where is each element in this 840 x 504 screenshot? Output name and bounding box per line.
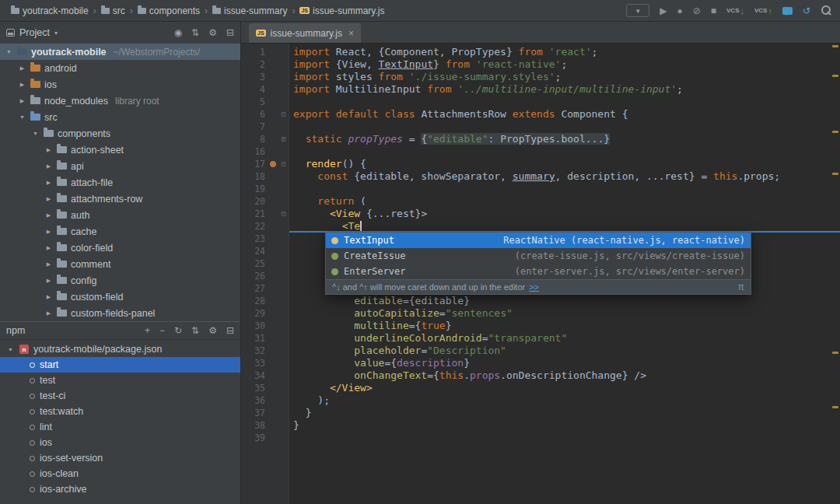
breadcrumb-item[interactable]: issue-summary <box>209 4 290 18</box>
code-line[interactable]: 36 ); <box>241 394 840 407</box>
code-line[interactable]: 1import React, {Component, PropTypes} fr… <box>241 46 840 58</box>
project-tree-item[interactable]: ▼src <box>0 109 240 125</box>
error-stripe[interactable] <box>830 44 840 504</box>
project-tree-item[interactable]: ▼components <box>0 125 240 142</box>
code-line[interactable]: 4import MultilineInput from '../multilin… <box>241 83 840 96</box>
npm-script-item[interactable]: ios <box>0 435 240 450</box>
project-tree-item[interactable]: ▶node_moduleslibrary root <box>0 93 240 109</box>
scroll-from-source-icon[interactable]: ⇅ <box>191 28 199 37</box>
project-tree-item[interactable]: ▶attachments-row <box>0 191 240 207</box>
project-tree-item[interactable]: ▶action-sheet <box>0 142 240 158</box>
chevron-down-icon[interactable]: ▼ <box>18 114 26 120</box>
npm-script-item[interactable]: test <box>0 373 240 388</box>
stripe-mark[interactable] <box>832 173 838 175</box>
code-area[interactable]: 1import React, {Component, PropTypes} fr… <box>241 44 840 504</box>
chevron-right-icon[interactable]: ▶ <box>44 278 53 284</box>
project-tree-item[interactable]: ▶api <box>0 158 240 174</box>
chevron-right-icon[interactable]: ▶ <box>18 82 26 88</box>
project-tree-item[interactable]: ▼youtrack-mobile~/WebstormProjects/ <box>0 44 240 60</box>
breadcrumb-item[interactable]: src <box>98 4 128 18</box>
code-line[interactable]: 20 return ( <box>241 195 840 208</box>
project-tree-item[interactable]: ▶attach-file <box>0 174 240 191</box>
project-panel-title[interactable]: Project <box>19 27 50 38</box>
chevron-right-icon[interactable]: ▶ <box>44 163 53 170</box>
vcs-update-button[interactable]: VCS↓ <box>726 6 744 16</box>
collapse-all-icon[interactable]: ⊟ <box>226 326 234 335</box>
chevron-right-icon[interactable]: ▶ <box>44 294 53 300</box>
npm-package-json-item[interactable]: ▼nyoutrack-mobile/package.json <box>0 341 240 357</box>
breadcrumb-item[interactable]: JSissue-summary.js <box>296 4 387 18</box>
project-tree-item[interactable]: ▶auth <box>0 207 240 223</box>
code-line[interactable]: 22 <Te <box>241 220 840 233</box>
code-line[interactable]: 21⊟ <View {...rest}> <box>241 208 840 220</box>
chevron-right-icon[interactable]: ▶ <box>44 196 53 202</box>
run-with-coverage-button[interactable]: ⊘ <box>693 6 701 16</box>
add-icon[interactable]: + <box>145 326 150 335</box>
completion-footer-link[interactable]: >> <box>529 282 539 292</box>
stripe-mark[interactable] <box>832 131 838 133</box>
override-marker-icon[interactable] <box>270 161 276 167</box>
npm-script-item[interactable]: ios-set-version <box>0 450 240 466</box>
code-line[interactable]: 8⊞ static propTypes = {"editable": PropT… <box>241 133 840 145</box>
chevron-down-icon[interactable]: ▾ <box>54 30 58 37</box>
code-line[interactable]: 31 underlineColorAndroid="transparent" <box>241 332 840 345</box>
chevron-right-icon[interactable]: ▶ <box>44 261 53 268</box>
locate-icon[interactable]: ◉ <box>174 28 182 37</box>
chevron-right-icon[interactable]: ▶ <box>44 245 53 251</box>
fold-marker-icon[interactable]: ⊟ <box>278 108 289 121</box>
project-tree-item[interactable]: ▶cache <box>0 223 240 240</box>
code-line[interactable]: 3import styles from './issue-summary.sty… <box>241 71 840 83</box>
project-tree-item[interactable]: ▶comment <box>0 256 240 272</box>
chevron-right-icon[interactable]: ▶ <box>44 147 53 153</box>
refresh-icon[interactable]: ↻ <box>174 326 182 335</box>
code-line[interactable]: 7 <box>241 121 840 133</box>
npm-script-item[interactable]: start <box>0 357 240 373</box>
run-button[interactable]: ▶ <box>660 6 667 16</box>
stripe-mark[interactable] <box>832 406 838 408</box>
completion-item[interactable]: EnterServer(enter-server.js, src/views/e… <box>326 264 751 279</box>
npm-script-item[interactable]: ios-archive <box>0 481 240 497</box>
chevron-down-icon[interactable]: ▼ <box>6 347 15 352</box>
code-line[interactable]: 30 multiline={true} <box>241 320 840 332</box>
code-line[interactable]: 39 <box>241 432 840 444</box>
vcs-commit-button[interactable]: VCS↑ <box>754 6 772 16</box>
code-line[interactable]: 5 <box>241 96 840 108</box>
gear-icon[interactable]: ⚙ <box>208 28 217 37</box>
collapse-all-icon[interactable]: ⊟ <box>226 28 234 37</box>
project-tree-item[interactable]: ▶custom-field <box>0 289 240 305</box>
npm-script-item[interactable]: lint <box>0 419 240 435</box>
sort-icon[interactable]: ⇅ <box>191 326 199 335</box>
fold-marker-icon[interactable]: ⊞ <box>278 133 289 145</box>
code-line[interactable]: 35 </View> <box>241 382 840 394</box>
code-line[interactable]: 33 value={description} <box>241 357 840 369</box>
stripe-mark[interactable] <box>832 75 838 77</box>
tab-issue-summary[interactable]: JS issue-summary.js × <box>249 23 361 43</box>
code-line[interactable]: 19 <box>241 183 840 195</box>
code-line[interactable]: 17⊟ render() { <box>241 158 840 170</box>
code-line[interactable]: 2import {View, TextInput} from 'react-na… <box>241 58 840 71</box>
profile-button[interactable]: ● <box>677 6 682 16</box>
npm-script-item[interactable]: ios-clean <box>0 466 240 481</box>
completion-settings-icon[interactable]: π <box>738 282 744 292</box>
search-everywhere-button[interactable] <box>821 5 832 16</box>
code-line[interactable]: 37 } <box>241 407 840 419</box>
remove-icon[interactable]: − <box>159 326 165 335</box>
chevron-down-icon[interactable]: ▼ <box>5 49 13 54</box>
chevron-right-icon[interactable]: ▶ <box>44 310 53 317</box>
code-line[interactable]: 29 autoCapitalize="sentences" <box>241 307 840 320</box>
code-line[interactable]: 34 onChangeText={this.props.onDescriptio… <box>241 369 840 382</box>
chevron-right-icon[interactable]: ▶ <box>44 180 53 186</box>
npm-script-item[interactable]: test:watch <box>0 404 240 419</box>
project-tree-item[interactable]: ▶config <box>0 272 240 289</box>
close-icon[interactable]: × <box>348 28 354 39</box>
code-line[interactable]: 32 placeholder="Description" <box>241 345 840 357</box>
breadcrumb-item[interactable]: components <box>135 4 203 18</box>
chevron-right-icon[interactable]: ▶ <box>44 212 53 219</box>
project-tree-item[interactable]: ▶android <box>0 60 240 76</box>
gear-icon[interactable]: ⚙ <box>208 326 217 335</box>
stripe-mark[interactable] <box>832 45 838 47</box>
code-line[interactable]: 16 <box>241 145 840 158</box>
chevron-right-icon[interactable]: ▶ <box>18 98 26 104</box>
completion-item[interactable]: CreateIssue(create-issue.js, src/views/c… <box>326 248 751 264</box>
project-tree-item[interactable]: ▶custom-fields-panel <box>0 305 240 321</box>
